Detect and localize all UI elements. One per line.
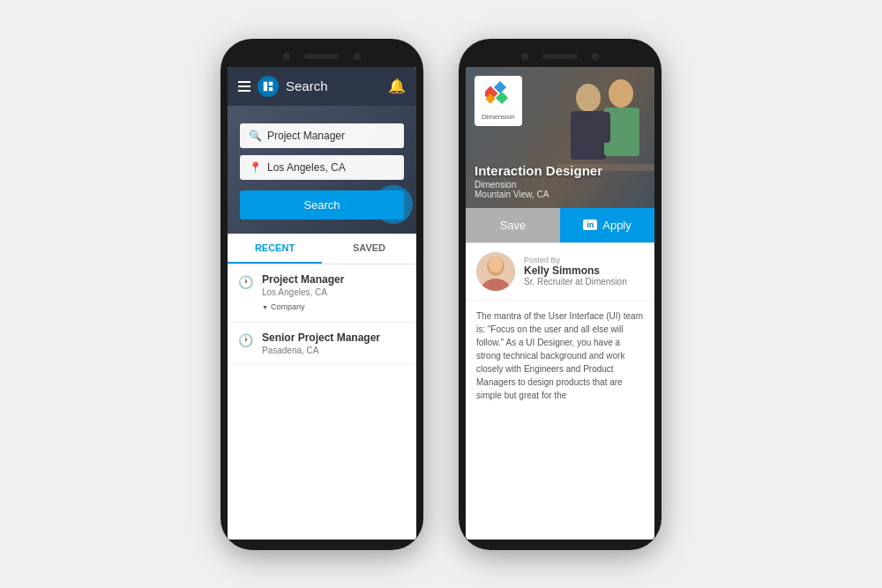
company-logo-box: Dimension xyxy=(475,76,522,126)
hamburger-menu[interactable] xyxy=(238,81,250,92)
dimension-logo-icon xyxy=(485,81,512,108)
right-phone: Dimension Interaction Designer Dimension… xyxy=(459,39,662,550)
recent-item-2-title: Senior Project Manager xyxy=(262,331,380,344)
tab-saved[interactable]: SAVED xyxy=(322,234,416,264)
recent-item-2[interactable]: 🕐 Senior Project Manager Pasadena, CA xyxy=(228,323,416,365)
recent-item-1[interactable]: 🕐 Project Manager Los Angeles, CA Compan… xyxy=(228,264,416,323)
company-logo-label: Dimension xyxy=(482,113,515,121)
left-phone: Search 🔔 🔍 Project Manager 📍 Los Angeles… xyxy=(220,39,423,550)
search-btn-ripple xyxy=(374,185,413,224)
notification-bell-icon[interactable]: 🔔 xyxy=(388,78,406,94)
svg-point-2 xyxy=(609,79,633,108)
recent-item-1-text: Project Manager Los Angeles, CA Company xyxy=(262,273,344,313)
app-logo xyxy=(258,76,279,97)
search-icon: 🔍 xyxy=(249,130,262,142)
speaker xyxy=(304,54,340,59)
action-buttons: Save in Apply xyxy=(466,208,654,243)
posted-by-label: Posted By xyxy=(524,256,627,264)
search-tabs: RECENT SAVED xyxy=(228,234,416,264)
left-phone-screen: Search 🔔 🔍 Project Manager 📍 Los Angeles… xyxy=(228,67,416,540)
job-search-value[interactable]: Project Manager xyxy=(267,130,345,142)
svg-point-0 xyxy=(576,84,601,112)
recent-item-1-location: Los Angeles, CA xyxy=(262,287,344,297)
header-left: Search xyxy=(238,76,328,97)
svg-rect-5 xyxy=(602,112,610,143)
job-title-overlay: Interaction Designer Dimension Mountain … xyxy=(475,163,602,199)
linkedin-badge: in xyxy=(583,220,597,230)
clock-icon-2: 🕐 xyxy=(238,333,253,347)
poster-role: Sr. Recruiter at Dimension xyxy=(524,277,627,287)
job-description: The mantra of the User Interface (UI) te… xyxy=(466,301,654,411)
job-location: Mountain View, CA xyxy=(475,190,602,199)
search-button[interactable]: Search xyxy=(240,190,404,220)
left-phone-top xyxy=(228,49,416,67)
recent-item-1-tag: Company xyxy=(262,302,304,311)
apply-button[interactable]: in Apply xyxy=(560,208,654,242)
front-camera-r xyxy=(521,53,528,60)
app-header: Search 🔔 xyxy=(228,67,416,106)
recent-list: 🕐 Project Manager Los Angeles, CA Compan… xyxy=(228,264,416,540)
save-button[interactable]: Save xyxy=(466,208,560,242)
search-hero: 🔍 Project Manager 📍 Los Angeles, CA Sear… xyxy=(228,106,416,234)
poster-info: Posted By Kelly Simmons Sr. Recruiter at… xyxy=(524,256,627,287)
front-camera-2 xyxy=(354,53,361,60)
job-search-input-wrap[interactable]: 🔍 Project Manager xyxy=(240,123,404,148)
recent-item-1-title: Project Manager xyxy=(262,273,344,286)
location-icon: 📍 xyxy=(249,161,262,174)
right-phone-screen: Dimension Interaction Designer Dimension… xyxy=(466,67,654,540)
poster-avatar xyxy=(476,252,515,291)
speaker-r xyxy=(542,54,578,59)
location-search-input-wrap[interactable]: 📍 Los Angeles, CA xyxy=(240,155,404,180)
search-form: 🔍 Project Manager 📍 Los Angeles, CA Sear… xyxy=(240,123,404,220)
app-title: Search xyxy=(286,78,328,93)
location-search-value[interactable]: Los Angeles, CA xyxy=(267,161,346,174)
svg-point-14 xyxy=(489,257,503,272)
tab-recent[interactable]: RECENT xyxy=(228,234,322,264)
svg-rect-4 xyxy=(575,115,584,146)
right-phone-top xyxy=(466,49,654,67)
poster-name: Kelly Simmons xyxy=(524,264,627,277)
front-camera xyxy=(283,53,290,60)
recent-item-2-text: Senior Project Manager Pasadena, CA xyxy=(262,331,380,355)
front-camera-r2 xyxy=(592,53,599,60)
job-company: Dimension xyxy=(475,180,602,190)
job-hero: Dimension Interaction Designer Dimension… xyxy=(466,67,654,208)
recent-item-2-location: Pasadena, CA xyxy=(262,346,380,355)
job-title: Interaction Designer xyxy=(475,163,602,178)
clock-icon: 🕐 xyxy=(238,275,253,289)
poster-section: Posted By Kelly Simmons Sr. Recruiter at… xyxy=(466,243,654,301)
